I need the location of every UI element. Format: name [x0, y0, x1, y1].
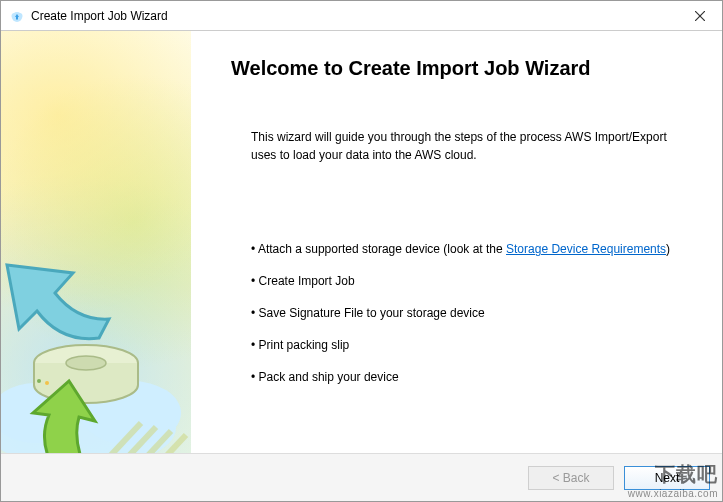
- svg-point-12: [45, 381, 49, 385]
- wizard-footer: < Back Next: [1, 453, 722, 501]
- step-item: Print packing slip: [251, 338, 682, 352]
- close-button[interactable]: [678, 1, 722, 30]
- step-item: Attach a supported storage device (look …: [251, 242, 682, 256]
- step-item: Create Import Job: [251, 274, 682, 288]
- storage-requirements-link[interactable]: Storage Device Requirements: [506, 242, 666, 256]
- wizard-window: Create Import Job Wizard: [0, 0, 723, 502]
- wizard-content: Welcome to Create Import Job Wizard This…: [191, 31, 722, 453]
- titlebar: Create Import Job Wizard: [1, 1, 722, 31]
- wizard-sidebar: [1, 31, 191, 453]
- svg-point-10: [66, 356, 106, 370]
- svg-rect-3: [16, 16, 18, 19]
- svg-point-11: [37, 379, 41, 383]
- step-text: Attach a supported storage device (look …: [258, 242, 506, 256]
- next-button[interactable]: Next: [624, 466, 710, 490]
- step-text: Save Signature File to your storage devi…: [259, 306, 485, 320]
- back-button: < Back: [528, 466, 614, 490]
- step-text: Print packing slip: [259, 338, 350, 352]
- step-item: Pack and ship your device: [251, 370, 682, 384]
- window-title: Create Import Job Wizard: [31, 9, 678, 23]
- sidebar-graphic: [1, 203, 191, 453]
- step-text: Create Import Job: [259, 274, 355, 288]
- intro-text: This wizard will guide you through the s…: [251, 128, 671, 164]
- close-icon: [695, 11, 705, 21]
- step-text-suffix: ): [666, 242, 670, 256]
- steps-list: Attach a supported storage device (look …: [251, 242, 682, 384]
- page-heading: Welcome to Create Import Job Wizard: [231, 57, 682, 80]
- step-text: Pack and ship your device: [259, 370, 399, 384]
- app-icon: [9, 8, 25, 24]
- wizard-body: Welcome to Create Import Job Wizard This…: [1, 31, 722, 453]
- step-item: Save Signature File to your storage devi…: [251, 306, 682, 320]
